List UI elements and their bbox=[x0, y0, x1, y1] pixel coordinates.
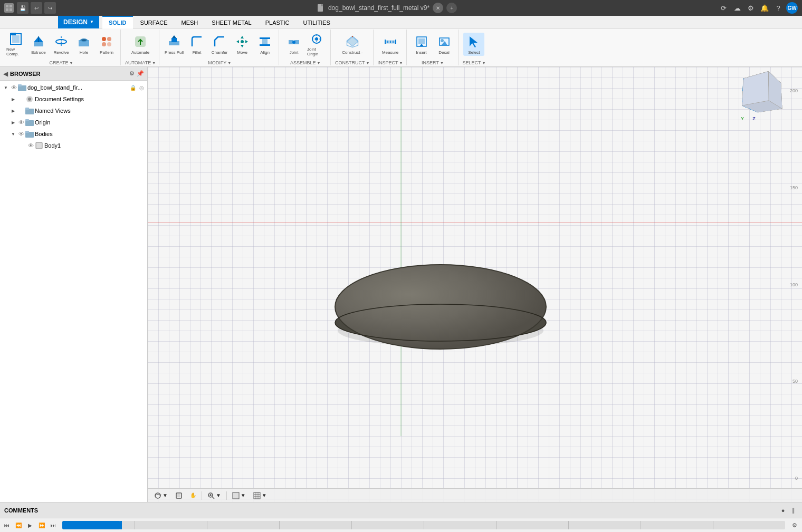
zoom-button[interactable]: ▼ bbox=[205, 491, 223, 500]
orbit-button[interactable]: ▼ bbox=[152, 491, 170, 500]
revolve-button[interactable]: Revolve bbox=[51, 33, 72, 56]
browser-collapse-icon[interactable]: ◀ bbox=[3, 70, 8, 78]
create-label[interactable]: CREATE bbox=[50, 60, 73, 65]
select-button[interactable]: Select bbox=[463, 33, 484, 56]
user-avatar[interactable]: GW bbox=[786, 2, 798, 14]
browser-settings-icon[interactable]: ⚙ bbox=[129, 70, 135, 77]
press-pull-button[interactable]: Press Pull bbox=[164, 33, 185, 56]
svg-marker-24 bbox=[172, 35, 176, 38]
tree-item-bodies[interactable]: ▼ 👁 Bodies bbox=[0, 128, 147, 140]
pattern-button[interactable]: Pattern bbox=[96, 33, 117, 56]
insert-label[interactable]: INSERT bbox=[422, 60, 444, 65]
tab-plastic[interactable]: PLASTIC bbox=[259, 16, 296, 28]
move-button[interactable]: Move bbox=[232, 33, 253, 56]
browser-pin-icon[interactable]: 📌 bbox=[137, 70, 144, 77]
timeline-scrubber[interactable] bbox=[62, 521, 785, 529]
pan-button[interactable]: ✋ bbox=[188, 491, 198, 499]
notification-icon[interactable]: 🔔 bbox=[759, 2, 770, 14]
tree-eye-bodies[interactable]: 👁 bbox=[17, 130, 25, 138]
tree-toggle-named-views[interactable]: ▶ bbox=[9, 107, 17, 114]
svg-rect-3 bbox=[9, 8, 12, 11]
tree-toggle-bodies[interactable]: ▼ bbox=[9, 130, 17, 138]
svg-rect-1 bbox=[9, 5, 12, 7]
tab-surface[interactable]: SURFACE bbox=[134, 16, 174, 28]
tree-eye-root[interactable]: 👁 bbox=[9, 83, 18, 92]
insert-group: Insert Decal INSERT bbox=[408, 30, 459, 65]
redo-icon[interactable]: ↪ bbox=[44, 2, 56, 14]
cloud-icon[interactable]: ☁ bbox=[731, 2, 743, 14]
decal-button[interactable]: Decal bbox=[434, 33, 455, 56]
tree-toggle-body1 bbox=[19, 142, 26, 149]
scale-0: 0 bbox=[795, 476, 798, 481]
tab-sheetmetal[interactable]: SHEET METAL bbox=[205, 16, 257, 28]
tree-toggle-origin[interactable]: ▶ bbox=[9, 119, 17, 126]
tab-utilities[interactable]: UTILITIES bbox=[297, 16, 337, 28]
measure-button[interactable]: Measure bbox=[380, 33, 401, 56]
settings-icon[interactable]: ⚙ bbox=[745, 2, 757, 14]
insert-button[interactable]: Insert bbox=[411, 33, 432, 56]
timeline-rewind[interactable]: ⏪ bbox=[14, 520, 23, 530]
hole-button[interactable]: Hole bbox=[73, 33, 94, 56]
automate-group: Automate AUTOMATE bbox=[122, 30, 159, 65]
tree-item-root[interactable]: ▼ 👁 dog_bowl_stand_fir... 🔒 ◎ bbox=[0, 82, 147, 93]
svg-rect-32 bbox=[262, 39, 268, 44]
help-icon[interactable]: ? bbox=[772, 2, 784, 14]
display-mode-button[interactable]: ▼ bbox=[230, 491, 248, 500]
viewcube-wrapper[interactable]: LEFT Y Z bbox=[739, 75, 786, 122]
joint-origin-button[interactable]: Joint Origin bbox=[306, 33, 327, 56]
fit-button[interactable] bbox=[173, 491, 185, 500]
grid-button[interactable]: ▼ bbox=[251, 491, 269, 500]
extrude-button[interactable]: Extrude bbox=[28, 33, 49, 56]
tree-item-doc-settings[interactable]: ▶ 👁 Document Settings bbox=[0, 93, 147, 105]
timeline-gear-icon[interactable]: ⚙ bbox=[789, 520, 800, 530]
tree-item-origin[interactable]: ▶ 👁 Origin bbox=[0, 117, 147, 128]
joint-button[interactable]: Joint bbox=[283, 33, 304, 56]
viewport[interactable]: 200 150 100 50 0 LEFT Y Z bbox=[148, 67, 802, 502]
timeline-skip-start[interactable]: ⏮ bbox=[2, 520, 12, 530]
close-tab-button[interactable]: ✕ bbox=[433, 3, 443, 13]
chamfer-button[interactable]: Chamfer bbox=[209, 33, 230, 56]
tree-item-body1[interactable]: 👁 Body1 bbox=[0, 140, 147, 151]
timeline-play[interactable]: ▶ bbox=[25, 520, 35, 530]
app-grid-icon[interactable] bbox=[4, 3, 14, 13]
separator1 bbox=[202, 491, 202, 500]
tree-toggle-root[interactable]: ▼ bbox=[2, 84, 9, 91]
refresh-icon[interactable]: ⟳ bbox=[718, 2, 729, 14]
assemble-label[interactable]: ASSEMBLE bbox=[290, 60, 320, 65]
svg-rect-57 bbox=[18, 84, 22, 86]
tree-lock-icon[interactable]: 🔒 bbox=[129, 84, 137, 91]
tab-solid[interactable]: SOLID bbox=[102, 16, 133, 28]
comments-dot-icon[interactable]: ● bbox=[779, 506, 787, 515]
svg-rect-8 bbox=[11, 33, 16, 35]
timeline-viewport-icons: ⚙ bbox=[789, 520, 800, 530]
viewcube[interactable]: LEFT bbox=[750, 77, 776, 109]
fillet-button[interactable]: Fillet bbox=[186, 33, 207, 56]
automate-label[interactable]: AUTOMATE bbox=[125, 60, 156, 65]
new-tab-button[interactable]: + bbox=[446, 3, 457, 13]
tab-mesh[interactable]: MESH bbox=[175, 16, 205, 28]
svg-rect-61 bbox=[25, 108, 29, 110]
tree-item-named-views[interactable]: ▶ 👁 Named Views bbox=[0, 105, 147, 117]
construct-button[interactable]: Construct - bbox=[339, 33, 366, 56]
inspect-label[interactable]: INSPECT bbox=[378, 60, 403, 65]
save-icon[interactable]: 💾 bbox=[17, 2, 28, 14]
svg-rect-66 bbox=[36, 142, 42, 149]
timeline-skip-end[interactable]: ⏭ bbox=[49, 520, 58, 530]
svg-rect-2 bbox=[6, 8, 8, 11]
tree-eye-origin[interactable]: 👁 bbox=[17, 118, 25, 127]
construct-label[interactable]: CONSTRUCT bbox=[335, 60, 369, 65]
undo-icon[interactable]: ↩ bbox=[31, 2, 42, 14]
automate-button[interactable]: Automate bbox=[130, 33, 151, 56]
select-label[interactable]: SELECT bbox=[463, 60, 486, 65]
modify-label[interactable]: MODIFY bbox=[208, 60, 231, 65]
tree-radio-icon[interactable]: ◎ bbox=[138, 84, 145, 91]
tree-toggle-doc-settings[interactable]: ▶ bbox=[9, 95, 17, 103]
timeline-forward[interactable]: ⏩ bbox=[37, 520, 46, 530]
svg-rect-82 bbox=[233, 492, 239, 499]
new-component-button[interactable]: New Comp. bbox=[5, 33, 26, 56]
comments-expand-icon[interactable]: ‖ bbox=[789, 506, 798, 515]
svg-rect-5 bbox=[321, 4, 323, 6]
align-button[interactable]: Align bbox=[254, 33, 275, 56]
tree-eye-body1[interactable]: 👁 bbox=[26, 141, 35, 150]
scale-ruler: 200 150 100 50 0 bbox=[782, 88, 798, 481]
